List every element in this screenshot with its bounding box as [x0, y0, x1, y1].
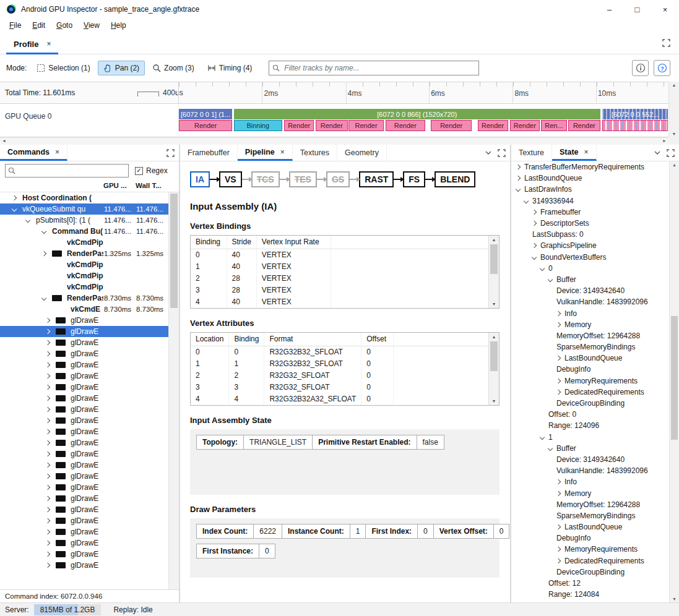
state-tree-row[interactable]: TransferBufferMemoryRequirements	[511, 161, 669, 173]
chevron-down-icon[interactable]	[25, 218, 30, 223]
command-row[interactable]: vkQueueSubmit qu11.476...11.476...	[0, 203, 168, 215]
chevron-right-icon[interactable]	[556, 390, 561, 395]
stage-ia[interactable]: IA	[190, 171, 210, 187]
commands-search-input[interactable]	[5, 164, 129, 178]
chevron-right-icon[interactable]	[45, 340, 50, 345]
scroll-down-icon[interactable]: ▼	[669, 132, 679, 136]
chevron-right-icon[interactable]	[45, 541, 50, 545]
state-tree-row[interactable]: DeviceGroupBinding	[511, 398, 669, 409]
chevron-right-icon[interactable]	[556, 310, 561, 315]
command-row[interactable]: RenderPas8.730ms8.730ms	[0, 293, 168, 304]
command-row[interactable]: glDrawE	[0, 493, 168, 504]
state-tree-row[interactable]: LastBoundQueue	[511, 353, 669, 364]
pipeline-tab-textures[interactable]: Textures	[293, 145, 337, 161]
minimize-button[interactable]: –	[595, 0, 623, 19]
timeline-slice[interactable]	[602, 120, 668, 131]
chevron-right-icon[interactable]	[12, 195, 17, 200]
stage-vs[interactable]: VS	[219, 171, 242, 187]
chevron-right-icon[interactable]	[45, 463, 50, 468]
timeline-slice[interactable]: Render	[510, 120, 540, 131]
chevron-right-icon[interactable]	[45, 407, 50, 412]
mode-selection-button[interactable]: Selection (1)	[31, 61, 95, 75]
table-row[interactable]: 040VERTEX	[191, 249, 488, 260]
chevron-right-icon[interactable]	[45, 563, 50, 568]
pipeline-tab-pipeline[interactable]: Pipeline×	[238, 145, 293, 161]
command-row[interactable]: glDrawE	[0, 504, 168, 515]
chevron-right-icon[interactable]	[45, 451, 50, 456]
chevron-down-icon[interactable]	[516, 187, 521, 192]
chevron-right-icon[interactable]	[45, 474, 50, 479]
chevron-down-icon[interactable]	[524, 198, 529, 203]
scrollbar-thumb[interactable]	[671, 316, 678, 440]
menu-help[interactable]: Help	[105, 19, 132, 32]
close-icon[interactable]: ×	[55, 148, 59, 156]
chevron-right-icon[interactable]	[532, 243, 537, 248]
timeline-slice[interactable]: Ren...	[541, 120, 568, 131]
state-tree-row[interactable]: MemoryOffset: 12964288	[511, 330, 669, 341]
chevron-right-icon[interactable]	[556, 378, 561, 383]
command-row[interactable]: glDrawE	[0, 337, 168, 348]
state-tree-row[interactable]: Info	[511, 476, 669, 487]
chevron-down-icon[interactable]	[548, 446, 553, 451]
chevron-right-icon[interactable]	[556, 558, 561, 563]
state-tree-row[interactable]: MemoryOffset: 12964288	[511, 499, 669, 510]
command-row[interactable]: glDrawE	[0, 560, 168, 571]
stage-blend[interactable]: BLEND	[435, 171, 475, 187]
table-row[interactable]: 228VERTEX	[191, 272, 488, 284]
ruler-ticks[interactable]: 2ms4ms6ms8ms10ms	[178, 82, 668, 103]
chevron-down-icon[interactable]	[532, 254, 537, 259]
maximize-button[interactable]: □	[623, 0, 651, 19]
state-tree-row[interactable]: Range: 124084	[511, 589, 669, 600]
state-tree-row[interactable]: MemoryRequirements	[511, 375, 669, 387]
mode-pan-button[interactable]: Pan (2)	[98, 61, 145, 75]
state-tree-row[interactable]: LastBoundQueue	[511, 173, 669, 184]
commands-scrollbar[interactable]	[168, 192, 179, 589]
table-row[interactable]: 11R32G32B32_SFLOAT0	[191, 357, 488, 369]
state-tree-row[interactable]: Buffer	[511, 274, 669, 285]
command-row[interactable]: glDrawE	[0, 359, 168, 370]
stage-tes[interactable]: TES	[289, 171, 317, 187]
chevron-right-icon[interactable]	[556, 479, 561, 484]
chevron-down-icon[interactable]	[41, 296, 46, 301]
chevron-right-icon[interactable]	[516, 165, 521, 169]
command-row[interactable]: glDrawE	[0, 515, 168, 526]
timeline-slice[interactable]: Render	[431, 120, 472, 131]
close-icon[interactable]: ×	[280, 148, 285, 156]
menu-file[interactable]: File	[4, 19, 27, 32]
chevron-right-icon[interactable]	[556, 322, 561, 327]
command-row[interactable]: vkCmdPipe	[0, 270, 168, 281]
state-tree-row[interactable]: Range: 124096	[511, 420, 669, 431]
chevron-down-icon[interactable]	[485, 151, 491, 155]
state-tree-row[interactable]: Memory	[511, 319, 669, 330]
state-tab-texture[interactable]: Texture	[511, 145, 552, 161]
close-button[interactable]: ×	[651, 0, 679, 19]
table-row[interactable]: 22R32G32_SFLOAT0	[191, 369, 488, 381]
state-tree-row[interactable]: Info	[511, 307, 669, 319]
command-row[interactable]: glDrawE	[0, 448, 168, 460]
state-tree-row[interactable]: SparseMemoryBindings	[511, 341, 669, 353]
gpu-column-header[interactable]: GPU ...	[103, 182, 134, 189]
tab-profile[interactable]: Profile ×	[6, 35, 58, 54]
chevron-right-icon[interactable]	[45, 529, 50, 534]
command-row[interactable]: glDrawE	[0, 460, 168, 471]
chevron-right-icon[interactable]	[556, 524, 561, 529]
table-row[interactable]: 328VERTEX	[191, 284, 488, 296]
chevron-right-icon[interactable]	[45, 318, 50, 323]
command-row[interactable]: glDrawE	[0, 393, 168, 404]
command-row[interactable]: RenderPas1.325ms1.325ms	[0, 248, 168, 259]
state-tree-row[interactable]: LastBoundQueue	[511, 521, 669, 533]
menu-goto[interactable]: Goto	[51, 19, 78, 32]
command-row[interactable]: vkCmdPipe	[0, 259, 168, 270]
chevron-right-icon[interactable]	[45, 385, 50, 390]
chevron-right-icon[interactable]	[45, 329, 50, 334]
command-row[interactable]: glDrawE	[0, 326, 168, 337]
chevron-right-icon[interactable]	[45, 552, 50, 557]
chevron-right-icon[interactable]	[45, 496, 50, 501]
state-tree-row[interactable]: VulkanHandle: 1483992096	[511, 465, 669, 476]
timeline-span-group[interactable]: [6072 0 0 866] (1520x720)	[234, 109, 600, 119]
chevron-down-icon[interactable]	[548, 277, 553, 282]
chevron-right-icon[interactable]	[45, 362, 50, 367]
state-tree-row[interactable]: Device: 3149342640	[511, 285, 669, 296]
timeline-span-group[interactable]: [6072 0 0 552...	[602, 109, 668, 119]
command-row[interactable]: glDrawE	[0, 348, 168, 359]
